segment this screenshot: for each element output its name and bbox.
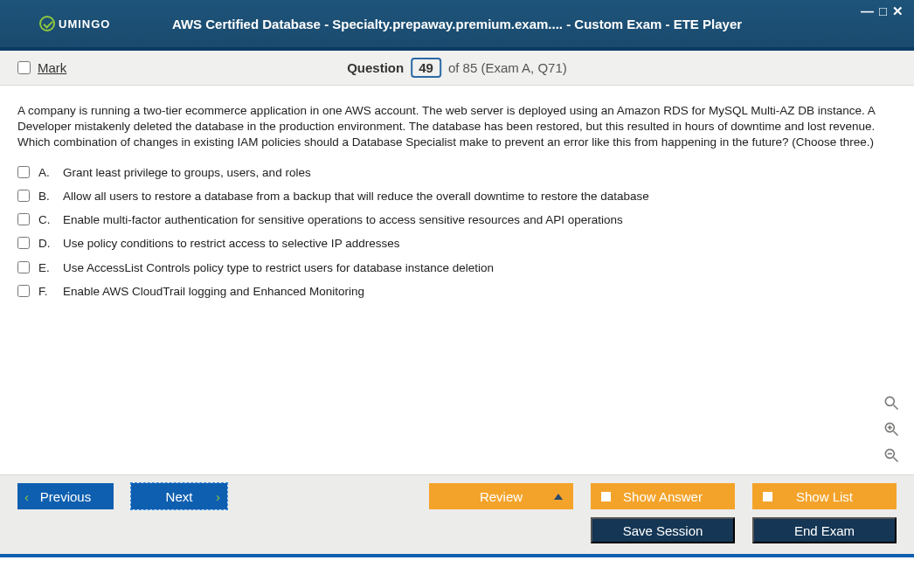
option-letter: A. [38, 165, 54, 181]
question-text: A company is running a two-tier ecommerc… [17, 103, 897, 151]
window-title: AWS Certified Database - Specialty.prepa… [172, 17, 742, 31]
option-text: Use policy conditions to restrict access… [63, 236, 897, 252]
maximize-icon[interactable]: □ [879, 3, 887, 19]
titlebar: UMINGO AWS Certified Database - Specialt… [0, 0, 914, 51]
window-controls: — □ ✕ [861, 3, 904, 19]
chevron-right-icon: › [216, 489, 220, 504]
option-text: Use AccessList Controls policy type to r… [63, 260, 897, 276]
option-text: Enable AWS CloudTrail logging and Enhanc… [63, 284, 897, 300]
previous-label: Previous [40, 489, 91, 504]
option-letter: E. [38, 260, 54, 276]
option-row: C.Enable multi-factor authentication for… [17, 212, 897, 228]
mark-label[interactable]: Mark [38, 60, 66, 75]
option-checkbox[interactable] [17, 261, 30, 273]
question-number: 49 [411, 58, 441, 78]
close-icon[interactable]: ✕ [892, 3, 904, 19]
question-total: of 85 (Exam A, Q71) [448, 60, 567, 75]
app-logo: UMINGO [39, 16, 110, 31]
show-list-button[interactable]: Show List [752, 483, 897, 509]
triangle-up-icon [554, 494, 563, 500]
footer-row-1: ‹Previous Next› Review Show Answer Show … [0, 474, 914, 517]
svg-line-8 [894, 458, 898, 462]
option-row: D.Use policy conditions to restrict acce… [17, 236, 897, 252]
option-row: E.Use AccessList Controls policy type to… [17, 260, 897, 276]
option-checkbox[interactable] [17, 213, 30, 225]
zoom-out-icon[interactable] [881, 445, 902, 466]
option-checkbox[interactable] [17, 237, 30, 249]
minimize-icon[interactable]: — [861, 3, 874, 19]
search-icon[interactable] [881, 392, 902, 413]
show-list-label: Show List [796, 489, 853, 504]
question-content: A company is running a two-tier ecommerc… [0, 86, 914, 474]
next-label: Next [166, 489, 193, 504]
square-icon [601, 492, 611, 502]
option-checkbox[interactable] [17, 190, 30, 202]
zoom-controls [881, 392, 902, 466]
option-letter: F. [38, 284, 54, 300]
option-row: B.Allow all users to restore a database … [17, 189, 897, 204]
review-button[interactable]: Review [429, 483, 573, 509]
svg-line-1 [894, 405, 898, 410]
option-text: Enable multi-factor authentication for s… [63, 212, 897, 228]
option-row: A.Grant least privilege to groups, users… [17, 165, 897, 181]
option-letter: C. [38, 212, 54, 228]
option-row: F.Enable AWS CloudTrail logging and Enha… [17, 284, 897, 300]
show-answer-label: Show Answer [623, 489, 703, 504]
option-checkbox[interactable] [17, 166, 30, 178]
end-exam-button[interactable]: End Exam [752, 517, 897, 543]
option-letter: B. [38, 189, 54, 204]
question-word: Question [347, 60, 404, 75]
option-text: Allow all users to restore a database fr… [63, 189, 897, 204]
option-letter: D. [38, 236, 54, 252]
review-label: Review [480, 489, 523, 504]
save-session-button[interactable]: Save Session [591, 517, 735, 543]
logo-check-icon [39, 16, 55, 31]
show-answer-button[interactable]: Show Answer [591, 483, 735, 509]
options-list: A.Grant least privilege to groups, users… [17, 165, 897, 300]
next-button[interactable]: Next› [131, 483, 227, 509]
chevron-left-icon: ‹ [24, 489, 29, 504]
svg-line-5 [894, 432, 898, 436]
previous-button[interactable]: ‹Previous [17, 483, 114, 509]
zoom-in-icon[interactable] [881, 419, 902, 439]
mark-control[interactable]: Mark [17, 60, 66, 75]
svg-point-0 [885, 397, 894, 405]
logo-text: UMINGO [59, 17, 110, 31]
option-text: Grant least privilege to groups, users, … [63, 165, 897, 181]
footer-row-2: Save Session End Exam [0, 517, 914, 557]
question-header: Mark Question 49 of 85 (Exam A, Q71) [0, 51, 914, 86]
square-icon [763, 492, 772, 502]
question-position: Question 49 of 85 (Exam A, Q71) [347, 58, 567, 78]
option-checkbox[interactable] [17, 285, 30, 297]
mark-checkbox[interactable] [17, 61, 31, 74]
